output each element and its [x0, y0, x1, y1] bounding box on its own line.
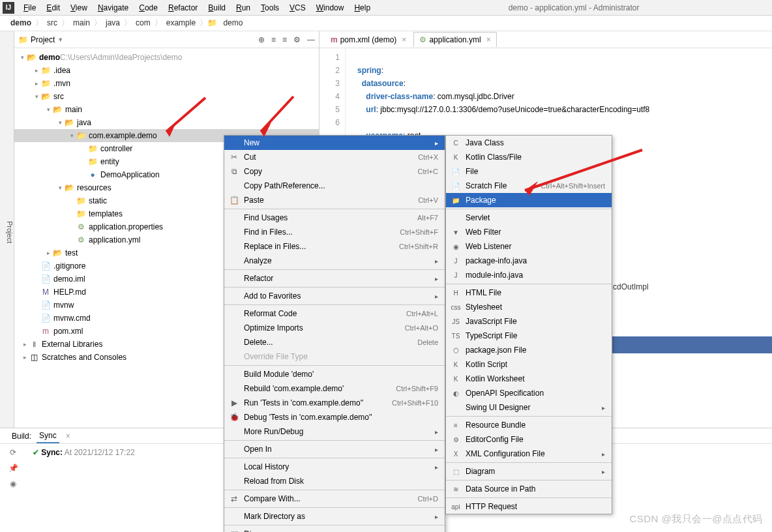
app-icon: IJ [3, 2, 14, 14]
crumb-demo[interactable]: demo [219, 18, 246, 27]
tree-item-java[interactable]: ▾📂java [14, 116, 319, 129]
submenu-item-diagram[interactable]: ⬚Diagram▸ [446, 464, 612, 479]
sync-tab[interactable]: Sync [37, 429, 59, 443]
submenu-item-web-filter[interactable]: ▼Web Filter [446, 225, 612, 239]
menu-file[interactable]: File [18, 1, 41, 14]
crumb-example[interactable]: example [162, 18, 200, 27]
submenu-item-web-listener[interactable]: ◉Web Listener [446, 239, 612, 254]
menu-item-build-module--demo-[interactable]: Build Module 'demo' [224, 367, 445, 381]
menu-window[interactable]: Window [311, 1, 349, 14]
menu-item-copy-path-reference---[interactable]: Copy Path/Reference... [224, 179, 445, 193]
submenu-item-file[interactable]: 📄File [446, 164, 612, 179]
menu-item-mark-directory-as[interactable]: Mark Directory as▸ [224, 509, 445, 524]
menu-item-open-in[interactable]: Open In▸ [224, 442, 445, 456]
menu-item-optimize-imports[interactable]: Optimize ImportsCtrl+Alt+O [224, 321, 445, 335]
panel-header: 📁 Project ▼ ⊕ ≡ ≡ ⚙ — [14, 31, 319, 48]
menu-item-debug--tests-in--com-example-demo--[interactable]: 🐞Debug 'Tests in 'com.example.demo'' [224, 410, 445, 424]
target-icon[interactable]: ⊕ [258, 35, 265, 44]
submenu-item-resource-bundle[interactable]: ≡Resource Bundle [446, 418, 612, 432]
crumb-java[interactable]: java [102, 18, 124, 27]
menu-code[interactable]: Code [134, 1, 163, 14]
eye-icon[interactable]: ◉ [10, 479, 16, 488]
crumb-main[interactable]: main [69, 18, 94, 27]
pin-icon[interactable]: 📌 [8, 464, 18, 473]
submenu-item-swing-ui-designer[interactable]: Swing UI Designer▸ [446, 400, 612, 415]
tree-root[interactable]: ▾📂demo C:\Users\Admin\IdeaProjects\demo [14, 51, 319, 64]
submenu-item-package-info-java[interactable]: Jpackage-info.java [446, 254, 612, 268]
close-icon[interactable]: × [402, 35, 406, 44]
submenu-item-java-class[interactable]: CJava Class [446, 136, 612, 150]
menu-item-local-history[interactable]: Local History▸ [224, 460, 445, 474]
menu-edit[interactable]: Edit [41, 1, 65, 14]
menu-item-add-to-favorites[interactable]: Add to Favorites▸ [224, 289, 445, 303]
submenu-item-kotlin-worksheet[interactable]: KKotlin Worksheet [446, 372, 612, 386]
menu-item-cut[interactable]: ✂CutCtrl+X [224, 150, 445, 164]
tree-item-main[interactable]: ▾📂main [14, 103, 319, 116]
editor-tabs: mpom.xml (demo)×⚙application.yml× [319, 31, 772, 48]
menu-item-replace-in-files---[interactable]: Replace in Files...Ctrl+Shift+R [224, 239, 445, 254]
menu-item-rebuild--com-example-demo-[interactable]: Rebuild 'com.example.demo'Ctrl+Shift+F9 [224, 381, 445, 396]
submenu-item-package[interactable]: 📁Package [446, 193, 612, 207]
menu-refactor[interactable]: Refactor [163, 1, 203, 14]
close-icon[interactable]: × [66, 432, 70, 441]
crumb-com[interactable]: com [132, 18, 155, 27]
menu-item-override-file-type: Override File Type [224, 349, 445, 364]
context-menu[interactable]: New▸✂CutCtrl+X⧉CopyCtrl+CCopy Path/Refer… [224, 135, 445, 532]
menu-item-diagrams[interactable]: ⬚Diagrams▸ [224, 527, 445, 532]
crumb-demo[interactable]: demo [7, 18, 35, 27]
submenu-item-editorconfig-file[interactable]: ⚙EditorConfig File [446, 432, 612, 447]
submenu-item-openapi-specification[interactable]: ◐OpenAPI Specification [446, 386, 612, 400]
menu-item-delete---[interactable]: Delete...Delete [224, 335, 445, 349]
hide-icon[interactable]: — [307, 35, 315, 44]
submenu-item-kotlin-class-file[interactable]: KKotlin Class/File [446, 150, 612, 164]
menu-navigate[interactable]: Navigate [93, 1, 134, 14]
menu-item-compare-with---[interactable]: ⇄Compare With...Ctrl+D [224, 492, 445, 506]
menu-help[interactable]: Help [349, 1, 376, 14]
menu-run[interactable]: Run [231, 1, 256, 14]
menu-item-paste[interactable]: 📋PasteCtrl+V [224, 193, 445, 207]
menu-vcs[interactable]: VCS [284, 1, 311, 14]
menu-item-run--tests-in--com-example-demo--[interactable]: ▶Run 'Tests in 'com.example.demo''Ctrl+S… [224, 396, 445, 410]
collapse-icon[interactable]: ≡ [282, 35, 287, 44]
crumb-src[interactable]: src [43, 18, 61, 27]
submenu-item-http-request[interactable]: apiHTTP Request [446, 499, 612, 514]
tree-item--idea[interactable]: ▸📁.idea [14, 64, 319, 77]
tab-application-yml[interactable]: ⚙application.yml× [413, 32, 496, 47]
submenu-item-html-file[interactable]: HHTML File [446, 286, 612, 300]
chevron-down-icon[interactable]: ▼ [57, 37, 63, 43]
submenu-item-xml-configuration-file[interactable]: XXML Configuration File▸ [446, 447, 612, 461]
menu-tools[interactable]: Tools [256, 1, 284, 14]
menu-item-more-run-debug[interactable]: More Run/Debug▸ [224, 424, 445, 439]
menu-view[interactable]: View [65, 1, 93, 14]
menu-item-reload-from-disk[interactable]: Reload from Disk [224, 474, 445, 488]
new-submenu[interactable]: CJava ClassKKotlin Class/File📄File📄Scrat… [445, 135, 612, 514]
build-tab-label: Build: [12, 432, 31, 441]
tree-item-src[interactable]: ▾📂src [14, 90, 319, 103]
expand-icon[interactable]: ≡ [271, 35, 276, 44]
submenu-item-typescript-file[interactable]: TSTypeScript File [446, 329, 612, 343]
submenu-item-module-info-java[interactable]: Jmodule-info.java [446, 268, 612, 282]
tab-pom-xml--demo-[interactable]: mpom.xml (demo)× [325, 32, 412, 47]
check-icon: ✔ [33, 448, 39, 457]
submenu-item-stylesheet[interactable]: cssStylesheet [446, 300, 612, 314]
sidebar-project-tab[interactable]: Project [0, 31, 14, 428]
submenu-item-data-source-in-path[interactable]: ≋Data Source in Path [446, 482, 612, 496]
submenu-item-kotlin-script[interactable]: KKotlin Script [446, 357, 612, 372]
menu-item-reformat-code[interactable]: Reformat CodeCtrl+Alt+L [224, 306, 445, 321]
submenu-item-package-json-file[interactable]: ⬡package.json File [446, 343, 612, 357]
menu-item-copy[interactable]: ⧉CopyCtrl+C [224, 164, 445, 179]
settings-icon[interactable]: ⚙ [293, 35, 301, 44]
menu-item-find-usages[interactable]: Find UsagesAlt+F7 [224, 211, 445, 225]
submenu-item-scratch-file[interactable]: 📄Scratch FileCtrl+Alt+Shift+Insert [446, 179, 612, 193]
submenu-item-javascript-file[interactable]: JSJavaScript File [446, 314, 612, 329]
menu-item-new[interactable]: New▸ [224, 136, 445, 150]
menu-build[interactable]: Build [203, 1, 231, 14]
menu-item-refactor[interactable]: Refactor▸ [224, 271, 445, 286]
refresh-icon[interactable]: ⟳ [10, 448, 16, 457]
tree-item--mvn[interactable]: ▸📁.mvn [14, 77, 319, 90]
submenu-item-servlet[interactable]: Servlet [446, 211, 612, 225]
menu-item-analyze[interactable]: Analyze▸ [224, 254, 445, 268]
close-icon[interactable]: × [486, 35, 491, 44]
menu-item-find-in-files---[interactable]: Find in Files...Ctrl+Shift+F [224, 225, 445, 239]
folder-icon: 📁 [18, 35, 28, 44]
